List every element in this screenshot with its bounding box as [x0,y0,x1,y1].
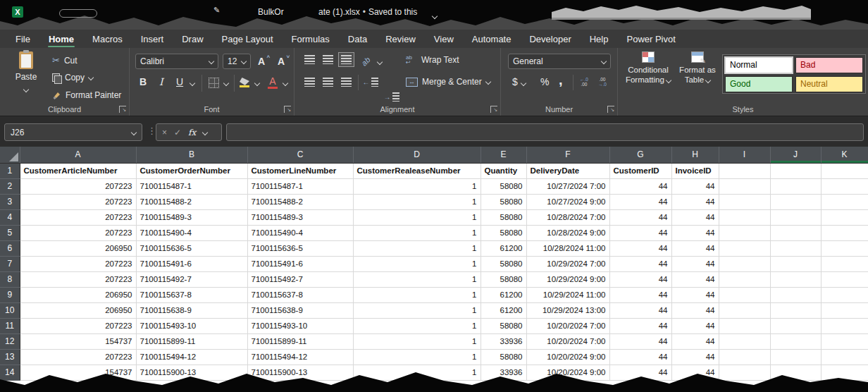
cell-A3[interactable]: 207223 [20,194,136,209]
cell-A7[interactable]: 207223 [20,256,136,271]
paste-button[interactable]: Paste [7,51,45,102]
column-header-E[interactable]: E [480,147,526,163]
cell-G11[interactable]: 44 [609,318,671,333]
cell-B1[interactable]: CustomerOrderNumber [136,163,247,178]
cell-B9[interactable]: 7100115637-8 [136,287,247,302]
cell-F6[interactable]: 10/28/2024 11:00 [526,240,609,256]
tab-data[interactable]: Data [339,30,376,48]
cell-style-bad[interactable]: Bad [795,57,863,73]
tab-insert[interactable]: Insert [132,30,173,48]
cell-I5[interactable] [719,225,770,240]
decrease-decimal-button[interactable]: .00→.0 [598,77,607,87]
cell-I6[interactable] [719,240,770,256]
underline-button[interactable]: U [176,76,183,87]
cell-D9[interactable]: 1 [353,287,480,302]
underline-chevron-icon[interactable] [190,80,195,86]
cell-F1[interactable]: DeliveryDate [526,163,609,178]
row-header-13[interactable]: 13 [0,349,20,365]
column-header-K[interactable]: K [821,147,868,163]
cell-B12[interactable]: 7100115899-11 [136,333,247,349]
cell-A4[interactable]: 207223 [20,209,136,225]
cell-C10[interactable]: 7100115638-9 [247,302,353,318]
cell-style-good[interactable]: Good [725,76,793,92]
cell-A8[interactable]: 207223 [20,271,136,287]
font-color-chevron-icon[interactable] [283,80,288,86]
fx-chevron-icon[interactable] [202,129,208,135]
cell-J11[interactable] [770,318,821,333]
number-format-combo[interactable]: General [508,54,611,69]
cell-E2[interactable]: 58080 [480,178,526,194]
cell-J13[interactable] [770,349,821,365]
cell-B5[interactable]: 7100115490-4 [136,225,247,240]
column-header-G[interactable]: G [609,147,671,163]
cell-K10[interactable] [821,302,868,318]
cell-C4[interactable]: 7100115489-3 [247,209,353,225]
cell-G8[interactable]: 44 [609,271,671,287]
cell-G12[interactable]: 44 [609,333,671,349]
cell-K13[interactable] [821,349,868,365]
row-header-2[interactable]: 2 [0,178,20,194]
cell-D1[interactable]: CustomerRealeaseNumber [353,163,480,178]
increase-indent-button[interactable]: → [383,90,399,104]
excel-app-icon[interactable]: X [12,6,23,18]
cell-C5[interactable]: 7100115490-4 [247,225,353,240]
cell-D13[interactable]: 1 [353,349,480,365]
cell-style-normal[interactable]: Normal [725,57,793,73]
cell-I1[interactable] [719,163,770,178]
cell-K12[interactable] [821,333,868,349]
cell-C2[interactable]: 7100115487-1 [247,178,353,194]
column-header-F[interactable]: F [526,147,609,163]
cell-C8[interactable]: 7100115492-7 [247,271,353,287]
comma-style-button[interactable]: , [559,72,563,88]
cell-C9[interactable]: 7100115637-8 [247,287,353,302]
conditional-formatting-button[interactable]: ConditionalFormatting [624,51,673,85]
search-box[interactable] [59,9,97,18]
cell-K9[interactable] [821,287,868,302]
cancel-icon[interactable]: × [162,128,167,137]
row-header-9[interactable]: 9 [0,287,20,302]
borders-button[interactable] [209,78,219,88]
column-header-I[interactable]: I [719,147,770,163]
cell-J1[interactable] [770,163,821,178]
cell-H2[interactable]: 44 [671,178,719,194]
fill-color-chevron-icon[interactable] [254,80,260,86]
cell-I13[interactable] [719,349,770,365]
bottom-align-button[interactable] [338,52,354,67]
cell-F4[interactable]: 10/28/2024 7:00 [526,209,609,225]
row-header-5[interactable]: 5 [0,225,20,240]
cell-H1[interactable]: InvoiceID [671,163,719,178]
cell-C13[interactable]: 7100115494-12 [247,349,353,365]
cell-G6[interactable]: 44 [609,240,671,256]
cell-H9[interactable]: 44 [671,287,719,302]
cell-G1[interactable]: CustomerID [609,163,671,178]
cell-E11[interactable]: 58080 [480,318,526,333]
center-align-button[interactable] [320,75,336,90]
currency-button[interactable]: $ [512,75,526,88]
decrease-indent-button[interactable]: ← [362,75,378,90]
cell-H13[interactable]: 44 [671,349,719,365]
cell-J4[interactable] [770,209,821,225]
font-name-combo[interactable]: Calibri [135,54,218,69]
row-header-7[interactable]: 7 [0,256,20,271]
cell-E6[interactable]: 61200 [480,240,526,256]
cell-F7[interactable]: 10/29/2024 7:00 [526,256,609,271]
cell-I7[interactable] [719,256,770,271]
tab-developer[interactable]: Developer [520,30,580,48]
merge-center-button[interactable]: ↔ Merge & Center [406,77,490,87]
cell-A2[interactable]: 207223 [20,178,136,194]
cell-K5[interactable] [821,225,868,240]
cell-H7[interactable]: 44 [671,256,719,271]
tab-file[interactable]: File [6,30,39,48]
tab-draw[interactable]: Draw [173,30,212,48]
cell-I8[interactable] [719,271,770,287]
right-align-button[interactable] [338,75,354,90]
cell-B10[interactable]: 7100115638-9 [136,302,247,318]
cell-G9[interactable]: 44 [609,287,671,302]
cell-J3[interactable] [770,194,821,209]
tab-view[interactable]: View [425,30,463,48]
format-painter-button[interactable]: Format Painter [52,90,121,100]
cell-E3[interactable]: 58080 [480,194,526,209]
cell-E13[interactable]: 58080 [480,349,526,365]
title-chevron-down-icon[interactable] [433,8,437,21]
cell-B6[interactable]: 7100115636-5 [136,240,247,256]
